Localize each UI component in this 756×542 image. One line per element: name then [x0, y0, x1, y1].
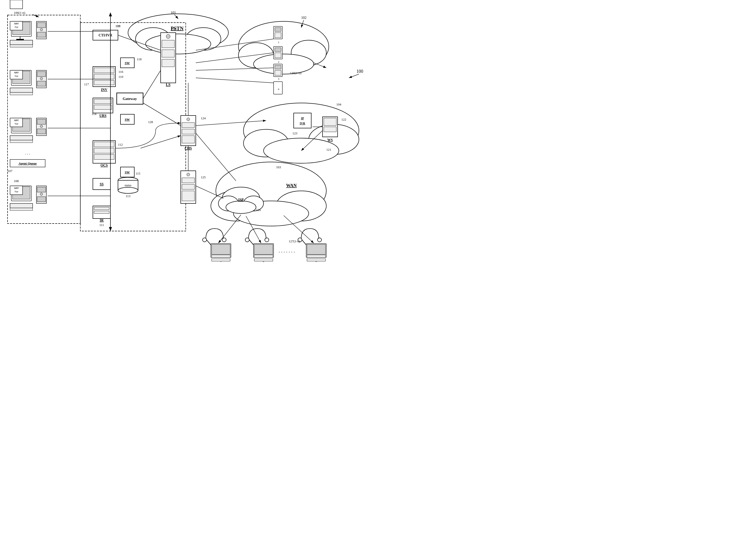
ref-114: 114	[92, 112, 97, 116]
ref-125: 125	[201, 175, 206, 179]
ref-102: 102	[301, 16, 306, 20]
svg-rect-106	[94, 99, 112, 104]
svg-text:2: 2	[278, 60, 279, 63]
svg-rect-128	[182, 122, 195, 128]
svg-rect-135	[182, 191, 195, 201]
svg-rect-134	[182, 184, 195, 189]
svg-rect-63	[10, 0, 23, 9]
svg-rect-130	[182, 136, 195, 143]
svg-text:ADT: ADT	[14, 22, 19, 25]
svg-point-117	[118, 187, 138, 193]
ref-118: 118	[137, 57, 142, 61]
svg-rect-168	[307, 259, 326, 261]
svg-text:· · ·: · · ·	[25, 152, 30, 156]
ref-123: 123	[292, 131, 297, 135]
sw2-label: SW	[125, 117, 130, 121]
svg-rect-79	[10, 140, 33, 143]
sw1-label: SW	[125, 61, 130, 65]
ws-label: WS	[327, 138, 333, 142]
svg-rect-133	[182, 178, 195, 183]
svg-rect-94	[37, 187, 46, 192]
svg-text:App: App	[14, 26, 18, 28]
ref-128: 128	[148, 120, 153, 124]
ref-120: 120(1-n)	[290, 71, 301, 75]
ref-112: 112	[118, 143, 123, 146]
ref-124: 124	[201, 116, 206, 120]
svg-text:n: n	[278, 87, 279, 90]
svg-point-82	[40, 125, 43, 128]
svg-rect-20	[275, 53, 281, 58]
svg-rect-148	[212, 244, 230, 254]
svg-rect-81	[37, 119, 46, 124]
svg-rect-91	[10, 203, 33, 208]
ref-122: 122	[341, 117, 346, 121]
svg-text:ADT: ADT	[14, 71, 19, 74]
svg-rect-119	[94, 207, 109, 210]
svg-rect-60	[37, 32, 46, 37]
svg-rect-35	[294, 113, 311, 128]
svg-text:ADT: ADT	[14, 187, 19, 189]
ref-110: 110	[118, 75, 123, 79]
svg-rect-120	[94, 211, 109, 213]
svg-rect-112	[94, 154, 114, 159]
svg-point-7	[146, 34, 211, 54]
svg-rect-24	[275, 70, 281, 75]
svg-text:ADT: ADT	[14, 119, 19, 121]
svg-rect-102	[94, 74, 114, 79]
agent-queue-label: Agent Queue	[19, 161, 37, 165]
svg-text:1: 1	[278, 41, 279, 44]
svg-point-122	[166, 34, 170, 38]
ref-117: 117	[84, 82, 89, 86]
svg-rect-33	[324, 118, 336, 126]
svg-point-71	[40, 77, 43, 80]
diagram-container: 100 PSTN 101 102 1 2 3 n 120(1-n) 104 WS	[0, 0, 378, 271]
svg-rect-151	[212, 259, 230, 261]
svg-rect-52	[10, 40, 33, 45]
svg-point-132	[187, 173, 190, 176]
svg-text:IP: IP	[301, 116, 304, 120]
isp-label: ISP	[238, 198, 244, 202]
ref-106: 106(1-n)	[14, 11, 25, 15]
ref-100-label: 100	[356, 69, 363, 74]
svg-rect-15	[275, 28, 281, 31]
ref-121: 121	[326, 148, 331, 151]
svg-rect-165	[307, 244, 326, 254]
svg-point-59	[40, 28, 43, 31]
svg-rect-110	[94, 142, 114, 147]
ref-126: 126	[256, 208, 261, 212]
svg-rect-78	[10, 136, 33, 140]
svg-rect-83	[37, 129, 46, 134]
sw3-label: SW	[125, 170, 130, 174]
svg-point-95	[40, 193, 43, 195]
ref-101: 101	[171, 11, 176, 15]
svg-rect-166	[307, 255, 326, 257]
svg-point-127	[187, 118, 190, 121]
svg-rect-53	[10, 45, 33, 47]
ss-label: SS	[100, 182, 104, 186]
svg-rect-129	[182, 129, 195, 134]
ocs-label: OCS	[101, 163, 108, 167]
svg-text:App: App	[14, 75, 18, 77]
inv-label: INV	[101, 88, 107, 92]
svg-point-45	[226, 201, 256, 213]
gateway-label: Gateway	[123, 97, 137, 101]
ref-108: 108	[14, 179, 19, 183]
svg-rect-103	[94, 80, 114, 85]
ls-label: LS	[166, 83, 170, 87]
svg-rect-159	[254, 259, 273, 261]
svg-rect-123	[162, 40, 174, 48]
urs-label: URS	[99, 114, 106, 117]
svg-rect-64	[10, 88, 33, 92]
ref-103: 103	[276, 165, 281, 169]
svg-rect-23	[275, 65, 281, 69]
svg-rect-72	[37, 81, 46, 86]
svg-rect-107	[94, 105, 112, 109]
ref-111: 111	[99, 223, 104, 227]
ref-115: 115	[136, 171, 140, 175]
svg-rect-157	[254, 255, 273, 257]
svg-rect-19	[275, 48, 281, 51]
svg-rect-58	[37, 23, 46, 28]
svg-rect-149	[212, 255, 230, 257]
svg-rect-125	[162, 59, 174, 67]
svg-text:IVR: IVR	[300, 121, 305, 125]
